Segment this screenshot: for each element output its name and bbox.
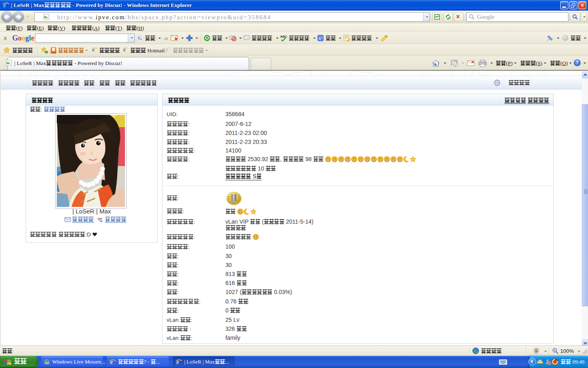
svg-text:G: G: [138, 35, 142, 41]
svg-text:a: a: [318, 36, 321, 40]
